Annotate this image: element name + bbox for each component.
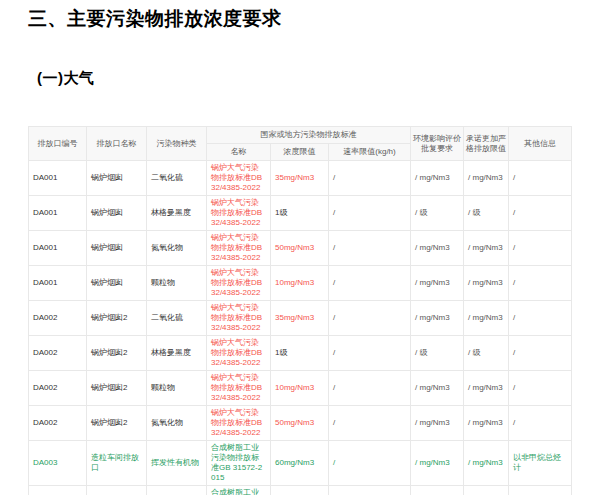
cell-standard-name: 锅炉大气污染物排放标准DB32/4385-2022 xyxy=(207,371,271,406)
cell-rate-limit: / xyxy=(329,301,411,336)
cell-outlet-no: DA002 xyxy=(29,301,87,336)
cell-standard-name: 合成树脂工业污染物排放标准GB 31572-2015 xyxy=(207,441,271,486)
cell-concentration-limit: 35mg/Nm3 xyxy=(271,161,329,196)
cell-pollutant-type: 颗粒物 xyxy=(147,371,207,406)
table-row: DA002 锅炉烟囱2 二氧化硫 锅炉大气污染物排放标准DB32/4385-20… xyxy=(29,301,572,336)
section-title-air: (一)大气 xyxy=(37,69,572,88)
cell-rate-limit: / xyxy=(329,371,411,406)
cell-concentration-limit: 20mg/Nm3 xyxy=(271,486,329,495)
cell-eia-requirement: / mg/Nm3 xyxy=(411,486,464,495)
cell-pollutant-type: 二氧化硫 xyxy=(147,301,207,336)
col-header-pollutant-type: 污染物种类 xyxy=(147,127,207,161)
cell-pollutant-type: 林格曼黑度 xyxy=(147,196,207,231)
cell-standard-name: 锅炉大气污染物排放标准DB32/4385-2022 xyxy=(207,196,271,231)
cell-outlet-name: 造粒车间排放口 xyxy=(87,441,147,486)
cell-pollutant-type: 颗粒物 xyxy=(147,486,207,495)
col-header-concentration-limit: 浓度限值 xyxy=(271,144,329,161)
cell-concentration-limit: 60mg/Nm3 xyxy=(271,441,329,486)
cell-stricter-limit: / mg/Nm3 xyxy=(464,301,509,336)
cell-pollutant-type: 二氧化硫 xyxy=(147,161,207,196)
cell-rate-limit: / xyxy=(329,231,411,266)
cell-outlet-name: 锅炉烟囱2 xyxy=(87,371,147,406)
col-header-other-info: 其他信息 xyxy=(509,127,572,161)
cell-outlet-no: DA002 xyxy=(29,371,87,406)
cell-outlet-no: DA003 xyxy=(29,486,87,495)
table-row: DA001 锅炉烟囱 二氧化硫 锅炉大气污染物排放标准DB32/4385-202… xyxy=(29,161,572,196)
table-header: 排放口编号 排放口名称 污染物种类 国家或地方污染物排放标准 环境影响评价批复要… xyxy=(29,127,572,161)
col-header-outlet-name: 排放口名称 xyxy=(87,127,147,161)
cell-eia-requirement: / mg/Nm3 xyxy=(411,231,464,266)
cell-standard-name: 锅炉大气污染物排放标准DB32/4385-2022 xyxy=(207,301,271,336)
cell-eia-requirement: / mg/Nm3 xyxy=(411,266,464,301)
col-header-standard-name: 名称 xyxy=(207,144,271,161)
cell-other-info: / xyxy=(509,196,572,231)
cell-outlet-name: 锅炉烟囱2 xyxy=(87,336,147,371)
cell-outlet-name: 锅炉烟囱 xyxy=(87,196,147,231)
col-header-stricter-limit: 承诺更加严格排放限值 xyxy=(464,127,509,161)
cell-standard-name: 合成树脂工业污染物排放标准GB 31572-2015 xyxy=(207,486,271,495)
header-row-top: 排放口编号 排放口名称 污染物种类 国家或地方污染物排放标准 环境影响评价批复要… xyxy=(29,127,572,144)
cell-pollutant-type: 氮氧化物 xyxy=(147,406,207,441)
air-emission-limits-table: 排放口编号 排放口名称 污染物种类 国家或地方污染物排放标准 环境影响评价批复要… xyxy=(28,126,572,495)
cell-pollutant-type: 挥发性有机物 xyxy=(147,441,207,486)
cell-outlet-name: 锅炉烟囱 xyxy=(87,231,147,266)
cell-standard-name: 锅炉大气污染物排放标准DB32/4385-2022 xyxy=(207,161,271,196)
cell-eia-requirement: / mg/Nm3 xyxy=(411,441,464,486)
cell-pollutant-type: 颗粒物 xyxy=(147,266,207,301)
col-header-rate-limit: 速率限值(kg/h) xyxy=(329,144,411,161)
cell-other-info: / xyxy=(509,336,572,371)
cell-stricter-limit: / 级 xyxy=(464,196,509,231)
cell-stricter-limit: / 级 xyxy=(464,336,509,371)
col-header-outlet-no: 排放口编号 xyxy=(29,127,87,161)
cell-concentration-limit: 35mg/Nm3 xyxy=(271,301,329,336)
cell-stricter-limit: / mg/Nm3 xyxy=(464,486,509,495)
cell-outlet-no: DA002 xyxy=(29,336,87,371)
cell-stricter-limit: / mg/Nm3 xyxy=(464,266,509,301)
cell-eia-requirement: / mg/Nm3 xyxy=(411,301,464,336)
cell-outlet-no: DA001 xyxy=(29,231,87,266)
cell-eia-requirement: / 级 xyxy=(411,336,464,371)
cell-pollutant-type: 林格曼黑度 xyxy=(147,336,207,371)
cell-other-info: / xyxy=(509,161,572,196)
cell-outlet-no: DA001 xyxy=(29,196,87,231)
table-row: DA001 锅炉烟囱 颗粒物 锅炉大气污染物排放标准DB32/4385-2022… xyxy=(29,266,572,301)
cell-stricter-limit: / mg/Nm3 xyxy=(464,441,509,486)
table-row: DA003 造粒车间排放口 挥发性有机物 合成树脂工业污染物排放标准GB 315… xyxy=(29,441,572,486)
cell-rate-limit: / xyxy=(329,196,411,231)
cell-concentration-limit: 50mg/Nm3 xyxy=(271,231,329,266)
cell-standard-name: 锅炉大气污染物排放标准DB32/4385-2022 xyxy=(207,231,271,266)
table-row: DA002 锅炉烟囱2 氮氧化物 锅炉大气污染物排放标准DB32/4385-20… xyxy=(29,406,572,441)
cell-eia-requirement: / 级 xyxy=(411,196,464,231)
cell-other-info: / xyxy=(509,301,572,336)
col-header-standard-group: 国家或地方污染物排放标准 xyxy=(207,127,411,144)
cell-standard-name: 锅炉大气污染物排放标准DB32/4385-2022 xyxy=(207,336,271,371)
table-body: DA001 锅炉烟囱 二氧化硫 锅炉大气污染物排放标准DB32/4385-202… xyxy=(29,161,572,495)
cell-stricter-limit: / mg/Nm3 xyxy=(464,161,509,196)
cell-outlet-name: 锅炉烟囱 xyxy=(87,266,147,301)
cell-outlet-no: DA001 xyxy=(29,161,87,196)
cell-other-info: 以非甲烷总烃计 xyxy=(509,441,572,486)
cell-stricter-limit: / mg/Nm3 xyxy=(464,406,509,441)
cell-other-info: / xyxy=(509,231,572,266)
cell-pollutant-type: 氮氧化物 xyxy=(147,231,207,266)
cell-rate-limit: / xyxy=(329,336,411,371)
cell-outlet-no: DA002 xyxy=(29,406,87,441)
table-row: DA003 造粒车间排放口 颗粒物 合成树脂工业污染物排放标准GB 31572-… xyxy=(29,486,572,495)
cell-rate-limit: / xyxy=(329,486,411,495)
cell-eia-requirement: / mg/Nm3 xyxy=(411,161,464,196)
cell-other-info xyxy=(509,486,572,495)
cell-stricter-limit: / mg/Nm3 xyxy=(464,371,509,406)
cell-outlet-no: DA003 xyxy=(29,441,87,486)
page-title: 三、主要污染物排放浓度要求 xyxy=(28,6,572,32)
cell-concentration-limit: 50mg/Nm3 xyxy=(271,406,329,441)
cell-rate-limit: / xyxy=(329,441,411,486)
cell-other-info: / xyxy=(509,371,572,406)
cell-standard-name: 锅炉大气污染物排放标准DB32/4385-2022 xyxy=(207,266,271,301)
cell-eia-requirement: / mg/Nm3 xyxy=(411,371,464,406)
cell-concentration-limit: 1级 xyxy=(271,196,329,231)
col-header-eia-requirement: 环境影响评价批复要求 xyxy=(411,127,464,161)
document-page: 三、主要污染物排放浓度要求 (一)大气 排放口编号 排放口名称 污染物种类 国家… xyxy=(0,0,600,495)
cell-eia-requirement: / mg/Nm3 xyxy=(411,406,464,441)
cell-outlet-no: DA001 xyxy=(29,266,87,301)
cell-rate-limit: / xyxy=(329,266,411,301)
